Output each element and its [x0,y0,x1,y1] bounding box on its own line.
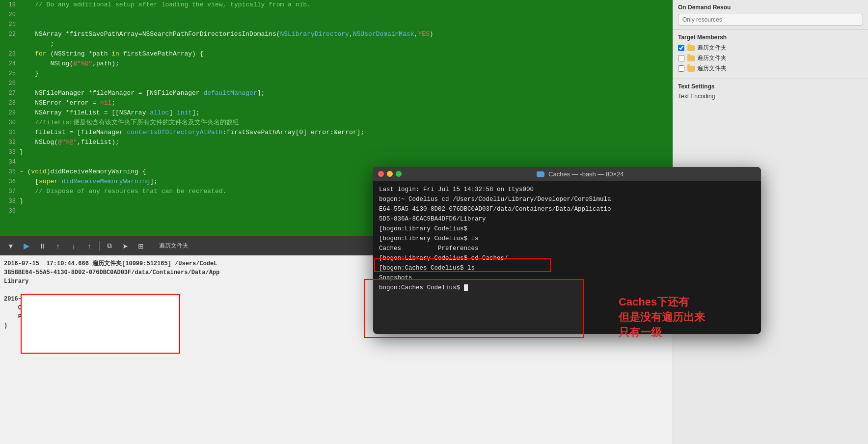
annotation-line-3: 只有一级 [619,325,705,340]
membership-label-1: 遍历文件夹 [697,44,727,52]
terminal-title: Caches — -bash — 80×24 [405,170,756,178]
annotation-line-2: 但是没有遍历出来 [619,310,705,325]
membership-checkbox-2[interactable] [678,55,684,61]
code-line: 21 [0,20,673,29]
toolbar-btn-up1[interactable]: ↑ [52,240,64,252]
annotation-text: Caches下还有 但是没有遍历出来 只有一级 [619,295,705,340]
log-highlight-box [21,294,180,354]
term-line-10: Snapshots [379,273,755,283]
toolbar-file-label: 遍历文件夹 [159,242,189,250]
membership-label-3: 遍历文件夹 [697,64,727,73]
code-line: 32 NSLog(@"%@",fileList); [0,138,673,147]
code-line: 27 NSFileManager *fileManager = [NSFileM… [0,88,673,98]
folder-icon-3 [687,66,695,72]
code-line: 26 [0,79,673,88]
toolbar-btn-pause[interactable]: ⏸ [36,240,48,252]
membership-item-2: 遍历文件夹 [678,54,863,62]
toolbar-btn-send[interactable]: ➤ [119,240,131,252]
term-line-8: [bogon:Library Codelius$ cd Caches/ [379,253,755,263]
code-line: 24 NSLog(@"%@",path); [0,59,673,69]
code-line: 33 } [0,147,673,157]
folder-icon-2 [687,56,695,61]
toolbar-divider [99,241,100,251]
text-settings-section: Text Settings Text Encoding [673,79,868,104]
code-line: 29 NSArray *fileList = [[NSArray alloc] … [0,108,673,118]
toolbar-btn-grid[interactable]: ⊞ [135,240,147,252]
code-line: 23 for (NSString *path in firstSavePathA… [0,49,673,59]
term-line-7: Caches Preferences [379,244,755,253]
code-line: 30 //fileList便是包含有该文件夹下所有文件的文件名及文件夹名的数组 [0,118,673,128]
term-line-9: [bogon:Caches Codelius$ ls [379,263,755,273]
toolbar-divider-2 [151,241,151,251]
membership-item-3: 遍历文件夹 [678,64,863,73]
text-encoding-row: Text Encoding [678,93,863,100]
terminal-max-btn[interactable] [396,171,402,177]
text-encoding-label: Text Encoding [678,93,715,100]
search-input[interactable] [678,14,863,26]
term-line-1: Last login: Fri Jul 15 14:32:58 on ttys0… [379,185,755,194]
code-line: 19 // Do any additional setup after load… [0,0,673,10]
code-line: 25 } [0,69,673,79]
code-line: 31 fileList = [fileManager contentsOfDir… [0,128,673,138]
toolbar-btn-down[interactable]: ↓ [68,240,80,252]
code-line: 20 [0,10,673,20]
term-line-6: [bogon:Library Codelius$ ls [379,234,755,244]
terminal-titlebar: Caches — -bash — 80×24 [373,167,761,181]
on-demand-section: On Demand Resou [673,0,868,30]
term-line-11: bogon:Caches Codelius$ [379,283,755,293]
toolbar-btn-collapse[interactable]: ▼ [5,240,17,252]
target-membership-section: Target Membersh 遍历文件夹 遍历文件夹 遍历文件夹 [673,30,868,79]
term-line-2: bogon:~ Codelius cd /Users/Codeliu/Libra… [379,194,755,204]
annotation-line-1: Caches下还有 [619,295,705,310]
on-demand-title: On Demand Resou [678,4,863,11]
membership-checkbox-1[interactable] [678,45,684,51]
target-membership-title: Target Membersh [678,34,863,41]
membership-label-2: 遍历文件夹 [697,54,727,62]
toolbar-btn-copy[interactable]: ⧉ [104,240,115,252]
toolbar-btn-play[interactable]: ▶ [21,240,32,252]
membership-item-1: 遍历文件夹 [678,44,863,52]
term-line-5: [bogon:Library Codelius$ [379,224,755,234]
terminal-close-btn[interactable] [378,171,384,177]
code-line: 28 NSError *error = nil; [0,98,673,108]
term-line-3: E64-55A5-4130-8D02-076DBC0AD03F/data/Con… [379,204,755,214]
toolbar-btn-up2[interactable]: ↑ [83,240,95,252]
terminal-min-btn[interactable] [387,171,393,177]
membership-checkbox-3[interactable] [678,65,684,72]
code-line: 22 NSArray *firstSavePathArray=NSSearchP… [0,29,673,39]
folder-icon-1 [687,45,695,51]
term-line-4: 5D5-836A-8CAC9BA4DFD6/Library [379,214,755,224]
code-line: 34 [0,157,673,167]
code-line: ; [0,39,673,49]
text-settings-title: Text Settings [678,83,863,90]
